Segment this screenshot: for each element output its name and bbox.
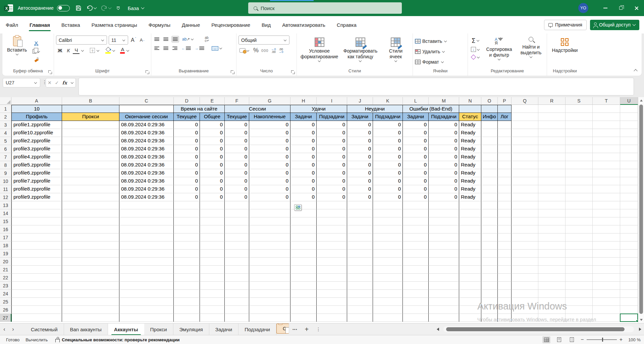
vertical-scroll-thumb[interactable] [639,105,643,314]
cell-J24[interactable] [347,290,373,298]
horizontal-scrollbar[interactable] [443,326,634,332]
cell-F11[interactable]: 0 [225,185,249,193]
align-center-button[interactable] [162,45,169,51]
cell-E14[interactable] [200,209,225,217]
cell-U12[interactable] [620,193,638,201]
cell-J14[interactable] [347,209,373,217]
cell-R9[interactable] [538,169,566,177]
cancel-button[interactable]: ✕ [48,80,52,85]
cell-I26[interactable] [317,306,347,314]
cell-G18[interactable] [249,242,290,250]
cell-O15[interactable] [481,217,498,225]
cell-H6[interactable]: 0 [290,145,317,153]
column-header-P[interactable]: P [498,97,512,105]
ribbon-tab-Файл[interactable]: Файл [5,20,19,30]
cell-H26[interactable] [290,306,317,314]
cell-D19[interactable] [174,250,200,258]
cell-R6[interactable] [538,145,566,153]
cell-D23[interactable] [174,282,200,290]
cell-B20[interactable] [62,258,119,266]
cell-B18[interactable] [62,242,119,250]
cell-R21[interactable] [538,266,566,274]
cell-F23[interactable] [225,282,249,290]
cell-C26[interactable] [119,306,174,314]
cell-O7[interactable] [481,153,498,161]
cell-DE1[interactable]: Время на сайте [174,105,225,113]
cell-LM1[interactable]: Ошибки (Bad-End) [403,105,459,113]
cell-R8[interactable] [538,161,566,169]
cell-R10[interactable] [538,177,566,185]
cell-Q15[interactable] [512,217,538,225]
cell-N22[interactable] [459,274,481,282]
cell-H20[interactable] [290,258,317,266]
cell-G12[interactable]: 0 [249,193,290,201]
cell-Q23[interactable] [512,282,538,290]
cell-I16[interactable] [317,225,347,233]
column-header-H[interactable]: H [290,97,317,105]
cell-Q1[interactable] [512,105,538,113]
cell-S14[interactable] [566,209,593,217]
cell-N18[interactable] [459,242,481,250]
cell-U17[interactable] [620,233,638,242]
cell-F20[interactable] [225,258,249,266]
horizontal-scroll-thumb[interactable] [446,327,625,331]
cell-R15[interactable] [538,217,566,225]
cell-J18[interactable] [347,242,373,250]
cell-U19[interactable] [620,250,638,258]
cell-P11[interactable] [498,185,512,193]
cell-R11[interactable] [538,185,566,193]
scroll-right-arrow[interactable] [639,328,641,331]
cell-H17[interactable] [290,233,317,242]
cell-O27[interactable] [481,314,498,322]
cell-D14[interactable] [174,209,200,217]
page-layout-view-button[interactable] [555,336,563,343]
cell-H3[interactable]: 0 [290,121,317,129]
cell-L19[interactable] [403,250,429,258]
cell-F2[interactable]: Текущие [225,113,249,121]
cell-K7[interactable]: 0 [373,153,403,161]
cell-N5[interactable]: Ready [459,137,481,145]
cell-G10[interactable]: 0 [249,177,290,185]
cell-N10[interactable]: Ready [459,177,481,185]
cell-E27[interactable] [200,314,225,322]
cell-N3[interactable]: Ready [459,121,481,129]
cell-D26[interactable] [174,306,200,314]
cell-K21[interactable] [373,266,403,274]
cell-S11[interactable] [566,185,593,193]
cell-O6[interactable] [481,145,498,153]
column-header-R[interactable]: R [538,97,566,105]
cell-B2[interactable]: Прокси [62,113,119,121]
cell-P10[interactable] [498,177,512,185]
cell-C1[interactable] [119,105,174,113]
cell-R23[interactable] [538,282,566,290]
cell-K13[interactable] [373,201,403,209]
cell-L5[interactable]: 0 [403,137,429,145]
cell-J16[interactable] [347,225,373,233]
cell-E13[interactable] [200,201,225,209]
cell-C27[interactable] [119,314,174,322]
cell-D16[interactable] [174,225,200,233]
cell-F8[interactable]: 0 [225,161,249,169]
sheet-prev-button[interactable]: ‹ [0,326,9,332]
cell-Q7[interactable] [512,153,538,161]
cell-L21[interactable] [403,266,429,274]
cell-P3[interactable] [498,121,512,129]
cell-S1[interactable] [566,105,593,113]
enter-button[interactable]: ✓ [55,80,59,85]
row-header-17[interactable]: 17 [0,233,11,242]
cell-H27[interactable] [290,314,317,322]
cell-I9[interactable]: 0 [317,169,347,177]
cell-G23[interactable] [249,282,290,290]
cell-O23[interactable] [481,282,498,290]
cell-M22[interactable] [429,274,459,282]
cell-M23[interactable] [429,282,459,290]
share-button[interactable]: Общий доступ [590,20,639,30]
cell-Q3[interactable] [512,121,538,129]
cell-L15[interactable] [403,217,429,225]
cell-N2[interactable]: Статус [459,113,481,121]
cell-I17[interactable] [317,233,347,242]
cell-A3[interactable]: profile1.zpprofile [11,121,62,129]
cell-A18[interactable] [11,242,62,250]
cell-U22[interactable] [620,274,638,282]
cell-R20[interactable] [538,258,566,266]
